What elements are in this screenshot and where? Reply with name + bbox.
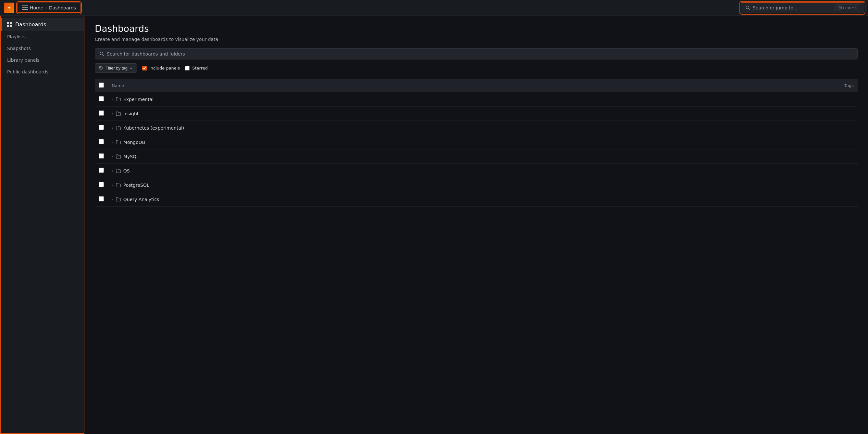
row-checkbox-2[interactable] <box>99 125 104 130</box>
row-name-cell-1: › Insight <box>108 107 726 121</box>
app-logo[interactable]: ✦ <box>4 3 14 13</box>
global-search-bar[interactable]: Search or jump to... cmd+k <box>741 2 864 13</box>
row-checkbox-5[interactable] <box>99 168 104 173</box>
select-all-header <box>95 79 108 92</box>
table-row[interactable]: › OS <box>95 164 858 178</box>
row-tags-cell-1 <box>726 107 858 121</box>
sidebar-item-library-panels[interactable]: Library panels <box>1 54 84 66</box>
content-search-bar[interactable]: Search for dashboards and folders <box>95 49 858 59</box>
row-expand-icon-3[interactable]: › <box>112 140 113 145</box>
library-panels-label: Library panels <box>7 58 40 63</box>
row-name-5[interactable]: OS <box>123 168 130 173</box>
row-checkbox-0[interactable] <box>99 96 104 102</box>
row-tags-cell-6 <box>726 178 858 192</box>
table-row[interactable]: › Query Analytics <box>95 192 858 207</box>
table-header-row: Name Tags <box>95 79 858 92</box>
tags-column-header: Tags <box>726 79 858 92</box>
row-expand-icon-0[interactable]: › <box>112 97 113 102</box>
folder-icon-3 <box>116 140 121 144</box>
row-name-1[interactable]: Insight <box>123 111 138 116</box>
include-panels-group: Include panels <box>142 66 180 70</box>
breadcrumb-bar: Home › Dashboards <box>18 3 81 13</box>
row-checkbox-cell <box>95 164 108 178</box>
row-checkbox-cell <box>95 149 108 164</box>
row-name-cell-0: › Experimental <box>108 92 726 107</box>
row-name-4[interactable]: MySQL <box>123 154 139 159</box>
row-checkbox-cell <box>95 178 108 192</box>
snapshots-label: Snapshots <box>7 46 31 51</box>
sidebar-item-dashboards[interactable]: Dashboards <box>1 18 84 31</box>
include-panels-label[interactable]: Include panels <box>149 66 180 70</box>
row-tags-cell-7 <box>726 192 858 207</box>
select-all-checkbox[interactable] <box>99 83 104 88</box>
row-expand-icon-2[interactable]: › <box>112 126 113 130</box>
svg-rect-2 <box>838 6 842 9</box>
sidebar-item-playlists[interactable]: Playlists <box>1 31 84 42</box>
row-tags-cell-0 <box>726 92 858 107</box>
row-name-cell-4: › MySQL <box>108 149 726 164</box>
row-expand-icon-6[interactable]: › <box>112 183 113 187</box>
row-name-0[interactable]: Experimental <box>123 97 154 102</box>
shortcut-key-text: cmd+k <box>843 5 857 10</box>
row-name-6[interactable]: PostgreSQL <box>123 182 149 188</box>
public-dashboards-label: Public dashboards <box>7 69 49 75</box>
table-row[interactable]: › Kubernetes (experimental) <box>95 121 858 135</box>
table-row[interactable]: › MySQL <box>95 149 858 164</box>
hamburger-icon[interactable] <box>22 5 28 10</box>
search-icon <box>746 5 750 10</box>
keyboard-icon <box>838 6 842 9</box>
starred-label[interactable]: Starred <box>192 66 208 70</box>
starred-checkbox[interactable] <box>185 66 190 70</box>
breadcrumb: Home › Dashboards <box>30 5 76 10</box>
row-tags-cell-3 <box>726 135 858 149</box>
breadcrumb-home[interactable]: Home <box>30 5 43 10</box>
folder-icon-6 <box>116 183 121 187</box>
search-shortcut: cmd+k <box>836 4 859 11</box>
svg-line-1 <box>748 8 749 9</box>
row-expand-icon-4[interactable]: › <box>112 154 113 159</box>
content-area: Dashboards Create and manage dashboards … <box>84 16 868 434</box>
table-row[interactable]: › Insight <box>95 107 858 121</box>
playlists-label: Playlists <box>7 34 26 39</box>
row-name-2[interactable]: Kubernetes (experimental) <box>123 125 184 131</box>
row-expand-icon-1[interactable]: › <box>112 111 113 116</box>
sidebar-item-snapshots[interactable]: Snapshots <box>1 42 84 54</box>
filter-tag-button[interactable]: Filter by tag <box>95 63 137 73</box>
row-checkbox-cell <box>95 121 108 135</box>
main-layout: Dashboards Playlists Snapshots Library p… <box>0 16 868 434</box>
row-checkbox-4[interactable] <box>99 153 104 158</box>
table-row[interactable]: › Experimental <box>95 92 858 107</box>
svg-line-6 <box>102 55 103 56</box>
sidebar-item-public-dashboards[interactable]: Public dashboards <box>1 66 84 78</box>
row-name-7[interactable]: Query Analytics <box>123 197 159 202</box>
breadcrumb-separator: › <box>45 5 47 10</box>
row-checkbox-6[interactable] <box>99 182 104 187</box>
logo-symbol: ✦ <box>7 5 11 10</box>
row-checkbox-7[interactable] <box>99 196 104 201</box>
topbar-left: ✦ Home › Dashboards <box>4 3 81 13</box>
row-checkbox-cell <box>95 135 108 149</box>
filter-bar: Filter by tag Include panels Starred <box>95 63 858 73</box>
row-expand-icon-5[interactable]: › <box>112 169 113 173</box>
row-checkbox-3[interactable] <box>99 139 104 144</box>
include-panels-checkbox[interactable] <box>142 66 147 70</box>
sidebar-active-label: Dashboards <box>15 22 46 28</box>
page-title: Dashboards <box>95 23 858 34</box>
folder-icon-0 <box>116 97 121 102</box>
starred-group: Starred <box>185 66 208 70</box>
dashboards-icon <box>7 22 12 27</box>
table-row[interactable]: › PostgreSQL <box>95 178 858 192</box>
content-search-icon <box>100 52 104 56</box>
row-name-3[interactable]: MongoDB <box>123 140 145 145</box>
tag-icon <box>99 66 103 70</box>
table-row[interactable]: › MongoDB <box>95 135 858 149</box>
table-header: Name Tags <box>95 79 858 92</box>
row-name-cell-7: › Query Analytics <box>108 192 726 207</box>
folder-icon-2 <box>116 126 121 130</box>
page-subtitle: Create and manage dashboards to visualiz… <box>95 37 858 42</box>
row-expand-icon-7[interactable]: › <box>112 197 113 202</box>
name-column-header: Name <box>108 79 726 92</box>
content-search-placeholder: Search for dashboards and folders <box>107 51 185 57</box>
chevron-down-icon <box>129 66 133 70</box>
row-checkbox-1[interactable] <box>99 111 104 116</box>
